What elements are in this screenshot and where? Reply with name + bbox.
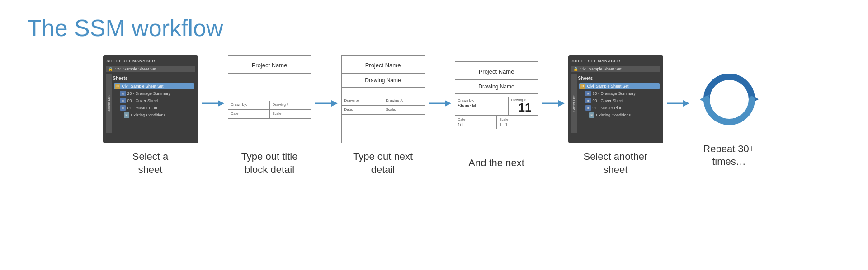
svg-marker-1 xyxy=(218,100,224,107)
set-icon-2: ⚙ xyxy=(580,84,585,89)
svg-marker-3 xyxy=(331,100,338,107)
sheet-icon-drainage-2: ▣ xyxy=(585,91,591,96)
ssm-set-name-2: Civil Sample Sheet Set xyxy=(580,67,622,71)
ssm-item-cover-1[interactable]: ▣ 00 - Cover Sheet xyxy=(114,98,194,104)
title-block-1: Project Name Drawn by: Drawing #: Date: xyxy=(228,55,311,143)
tb2-drawing-name: Drawing Name xyxy=(342,74,425,88)
ssm-item-existing-2[interactable]: ▣ Existing Conditions xyxy=(579,112,660,118)
step-label-5: Select anothersheet xyxy=(584,150,648,176)
ssm-item-drainage-2[interactable]: ▣ 20 - Drainage Summary xyxy=(579,90,660,97)
tb1-drawing-num-label: Drawing #: xyxy=(273,102,308,107)
sheet-icon-existing-2: ▣ xyxy=(589,112,594,118)
tb1-drawn-by-label: Drawn by: xyxy=(231,102,267,107)
ssm-header-1: SHEET SET MANAGER xyxy=(106,58,195,64)
tb2-project-name: Project Name xyxy=(342,56,425,74)
tb2-date-label: Date: xyxy=(344,107,380,112)
ssm-item-set-1[interactable]: ⚙ Civil Sample Sheet Set xyxy=(114,83,194,89)
tb2-drawing-num-label: Drawing #: xyxy=(386,98,422,102)
arrow-5 xyxy=(663,97,693,110)
tb3-date-value: 1/1 xyxy=(458,122,494,127)
sheet-icon-cover-1: ▣ xyxy=(120,98,126,103)
tb3-drawn-by-value: Shane M xyxy=(458,103,505,108)
workflow-container: SHEET SET MANAGER 🔒 Civil Sample Sheet S… xyxy=(0,55,868,176)
step-2: Project Name Drawn by: Drawing #: Date: xyxy=(228,55,311,176)
ssm-item-cover-2[interactable]: ▣ 00 - Cover Sheet xyxy=(579,98,660,104)
arrow-4 xyxy=(538,97,568,110)
tb3-drawing-num-value: 11 xyxy=(511,102,535,113)
step-label-3: Type out nextdetail xyxy=(353,150,413,176)
step-5: SHEET SET MANAGER 🔒 Civil Sample Sheet S… xyxy=(568,55,663,176)
ssm-sheets-label-2: Sheets xyxy=(578,76,660,81)
tb3-date-label: Date: xyxy=(458,117,494,121)
step-label-6: Repeat 30+times… xyxy=(703,143,755,168)
ssm-header-2: SHEET SET MANAGER xyxy=(571,58,660,64)
cycle-icon xyxy=(693,63,765,135)
ssm-item-master-2[interactable]: ▣ 01 - Master Plan xyxy=(579,105,660,111)
sheet-icon-drainage-1: ▣ xyxy=(120,91,126,96)
arrow-2 xyxy=(311,97,341,110)
step-label-2: Type out titleblock detail xyxy=(241,150,298,176)
ssm-panel-2: SHEET SET MANAGER 🔒 Civil Sample Sheet S… xyxy=(568,55,663,143)
svg-marker-5 xyxy=(445,100,451,107)
arrow-3 xyxy=(425,97,455,110)
ssm-tab-label-2: Sheet List xyxy=(571,74,577,133)
svg-marker-9 xyxy=(683,100,689,107)
tb3-drawing-name: Drawing Name xyxy=(455,80,538,94)
ssm-tab-label-1: Sheet List xyxy=(106,74,112,133)
title-block-2: Project Name Drawing Name Drawn by: Draw… xyxy=(341,55,425,143)
tb1-date-label: Date: xyxy=(231,112,267,116)
ssm-item-drainage-1[interactable]: ▣ 20 - Drainage Summary xyxy=(114,90,194,97)
tb3-scale-label: Scale: xyxy=(500,117,535,121)
sheet-icon-existing-1: ▣ xyxy=(124,112,129,118)
sheet-icon-master-1: ▣ xyxy=(120,105,126,111)
sheet-icon-cover-2: ▣ xyxy=(585,98,591,103)
svg-marker-7 xyxy=(558,100,565,107)
ssm-item-master-1[interactable]: ▣ 01 - Master Plan xyxy=(114,105,194,111)
tb2-scale-label: Scale: xyxy=(386,107,422,112)
ssm-sheets-label-1: Sheets xyxy=(113,76,195,81)
tb2-drawn-by-label: Drawn by: xyxy=(344,98,380,102)
step-label-1: Select asheet xyxy=(132,150,169,176)
page-title: The SSM workflow xyxy=(0,0,868,42)
tb1-project-name: Project Name xyxy=(228,56,311,74)
tb1-scale-label: Scale: xyxy=(273,112,308,116)
step-3: Project Name Drawing Name Drawn by: Draw… xyxy=(341,55,425,176)
arrow-1 xyxy=(198,97,228,110)
step-4: Project Name Drawing Name Drawn by: Shan… xyxy=(455,61,538,170)
step-1: SHEET SET MANAGER 🔒 Civil Sample Sheet S… xyxy=(103,55,198,176)
ssm-item-existing-1[interactable]: ▣ Existing Conditions xyxy=(114,112,194,118)
tb3-scale-value: 1 - 1 xyxy=(500,122,535,127)
set-icon-1: ⚙ xyxy=(115,84,120,89)
title-block-3: Project Name Drawing Name Drawn by: Shan… xyxy=(455,61,538,149)
ssm-panel-1: SHEET SET MANAGER 🔒 Civil Sample Sheet S… xyxy=(103,55,198,143)
step-label-4: And the next xyxy=(468,157,524,170)
tb3-project-name: Project Name xyxy=(455,62,538,80)
step-6: Repeat 30+times… xyxy=(693,63,765,168)
ssm-set-name-1: Civil Sample Sheet Set xyxy=(115,67,156,71)
sheet-icon-master-2: ▣ xyxy=(585,105,591,111)
tb3-drawn-by-label: Drawn by: xyxy=(458,98,505,102)
ssm-item-set-2[interactable]: ⚙ Civil Sample Sheet Set xyxy=(579,83,660,89)
